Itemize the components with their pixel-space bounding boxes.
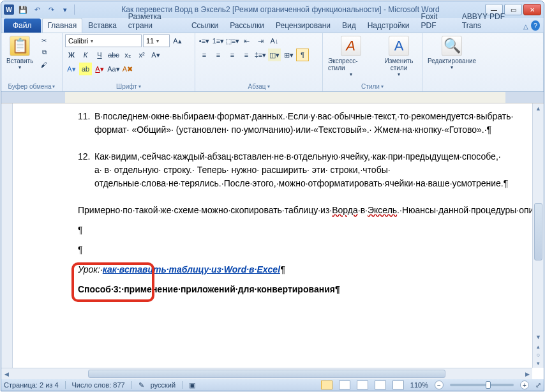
zoom-slider-handle[interactable]	[486, 381, 491, 389]
help-icon[interactable]: ?	[531, 20, 540, 31]
font-group-label: Шрифт	[116, 83, 137, 90]
tab-pagelayout[interactable]: Разметка страни	[123, 9, 186, 33]
quick-styles-label: Экспресс-стили	[328, 57, 373, 72]
scroll-right-button[interactable]: ▶	[522, 368, 532, 379]
paste-button[interactable]: 📋 Вставить ▾	[4, 34, 36, 72]
view-fullscreen-button[interactable]	[339, 381, 350, 389]
change-case-button[interactable]: Aa▾	[107, 63, 120, 75]
qat-undo[interactable]: ↶	[31, 3, 43, 16]
zoom-fit-button[interactable]: ⤢	[535, 381, 541, 389]
italic-button[interactable]: К	[79, 49, 92, 61]
zoom-level[interactable]: 110%	[410, 381, 428, 389]
styles-dialog-launcher[interactable]: ▾	[381, 84, 384, 89]
font-name-combo[interactable]: Calibri▾	[65, 34, 142, 47]
vertical-scrollbar-track[interactable]	[533, 114, 544, 332]
status-page[interactable]: Страница: 2 из 4	[4, 381, 59, 389]
view-outline-button[interactable]	[375, 381, 386, 389]
list-number: 12.	[78, 150, 94, 190]
bold-button[interactable]: Ж	[65, 49, 78, 61]
underline-button[interactable]: Ч	[93, 49, 106, 61]
horizontal-scrollbar-thumb[interactable]	[88, 370, 445, 378]
font-color-button[interactable]: A▾	[93, 63, 106, 75]
change-styles-icon: A	[389, 36, 409, 56]
next-page-button[interactable]: ▾	[533, 359, 544, 368]
zoom-slider[interactable]	[450, 384, 514, 386]
tab-abbyy[interactable]: ABBYY PDF Trans	[456, 9, 523, 33]
align-left-button[interactable]: ≡	[198, 49, 211, 61]
shading-button[interactable]: ◫▾	[268, 49, 281, 61]
word-app-icon: W	[4, 4, 14, 15]
paragraph-dialog-launcher[interactable]: ▾	[267, 84, 270, 89]
macro-record-icon[interactable]: ▣	[189, 381, 195, 389]
qat-save[interactable]: 💾	[17, 3, 29, 16]
view-printlayout-button[interactable]	[321, 381, 332, 389]
scroll-left-button[interactable]: ◀	[1, 368, 11, 379]
tab-file[interactable]: Файл	[4, 19, 41, 33]
paragraph-text: Примерно·по·такой·же·схеме·можно·скопиро…	[78, 204, 467, 217]
font-size-combo[interactable]: 11▾	[143, 34, 170, 47]
sort-button[interactable]: A↓	[268, 34, 281, 47]
zoom-out-button[interactable]: −	[435, 381, 444, 389]
tab-foxit[interactable]: Foxit PDF	[415, 9, 456, 33]
align-right-button[interactable]: ≡	[226, 49, 239, 61]
proofing-icon[interactable]: ✎	[138, 381, 144, 389]
find-icon: 🔍	[442, 36, 462, 56]
grow-font-button[interactable]: A▴	[171, 34, 184, 47]
superscript-button[interactable]: x²	[135, 49, 148, 61]
decrease-indent-button[interactable]: ⇤	[240, 34, 253, 47]
text-effects-button[interactable]: A▾	[65, 63, 78, 75]
subscript-button[interactable]: x₂	[121, 49, 134, 61]
qat-redo[interactable]: ↷	[45, 3, 57, 16]
numbering-button[interactable]: 1≡▾	[212, 34, 225, 47]
tab-addins[interactable]: Надстройки	[362, 18, 415, 33]
tab-mailings[interactable]: Рассылки	[224, 18, 270, 33]
paragraph-group-label: Абзац	[248, 83, 265, 90]
font-dialog-launcher[interactable]: ▾	[138, 84, 141, 89]
multilevel-button[interactable]: ⬚≡▾	[226, 34, 239, 47]
change-styles-button[interactable]: A Изменить стили▾	[378, 34, 419, 79]
view-draft-button[interactable]	[392, 381, 404, 389]
justify-button[interactable]: ≡	[240, 49, 253, 61]
increase-indent-button[interactable]: ⇥	[254, 34, 267, 47]
status-language[interactable]: русский	[151, 381, 175, 389]
ribbon-minimize-icon[interactable]: △	[523, 23, 528, 30]
tab-review[interactable]: Рецензировани	[270, 18, 336, 33]
clipboard-dialog-launcher[interactable]: ▾	[52, 84, 55, 89]
borders-button[interactable]: ⊞▾	[282, 49, 295, 61]
copy-button[interactable]: ⧉	[38, 47, 50, 58]
quick-styles-button[interactable]: A Экспресс-стили▾	[325, 34, 376, 79]
horizontal-ruler[interactable]	[1, 92, 544, 103]
strike-button[interactable]: abc	[107, 49, 120, 61]
close-button[interactable]: ✕	[523, 4, 541, 15]
cut-button[interactable]: ✂	[38, 34, 50, 46]
tab-insert[interactable]: Вставка	[82, 18, 123, 33]
vertical-ruler[interactable]	[1, 103, 13, 368]
scroll-up-button[interactable]: ▲	[533, 103, 544, 114]
document-page[interactable]: 11.В·последнем·окне·выбираем·формат·данн…	[32, 103, 513, 309]
tab-home[interactable]: Главная	[42, 18, 83, 33]
zoom-in-button[interactable]: +	[520, 381, 529, 389]
quick-styles-icon: A	[341, 36, 361, 56]
view-web-button[interactable]	[357, 381, 368, 389]
clipboard-group-label: Буфер обмена	[8, 83, 52, 90]
highlight-annotation	[71, 262, 154, 302]
shrink-font-button[interactable]: A▾	[149, 49, 162, 61]
browse-object-button[interactable]: ○	[533, 351, 544, 359]
status-wordcount[interactable]: Число слов: 877	[72, 381, 125, 389]
scroll-down-button[interactable]: ▼	[533, 332, 544, 342]
show-paragraph-marks-button[interactable]: ¶	[296, 49, 309, 61]
horizontal-scrollbar-track[interactable]	[11, 368, 522, 379]
qat-customize[interactable]: ▾	[59, 3, 71, 16]
previous-page-button[interactable]: ▴	[533, 342, 544, 351]
clear-formatting-button[interactable]: A✖	[121, 63, 134, 75]
align-center-button[interactable]: ≡	[212, 49, 225, 61]
tab-view[interactable]: Вид	[336, 18, 362, 33]
tab-references[interactable]: Ссылки	[186, 18, 224, 33]
vertical-scrollbar-thumb[interactable]	[534, 203, 542, 260]
line-spacing-button[interactable]: ‡≡▾	[254, 49, 267, 61]
empty-paragraph: ¶	[78, 243, 467, 257]
format-painter-button[interactable]: 🖌	[38, 59, 50, 70]
bullets-button[interactable]: •≡▾	[198, 34, 211, 47]
highlight-button[interactable]: ab	[79, 63, 92, 75]
editing-button[interactable]: 🔍 Редактирование▾	[425, 34, 479, 72]
